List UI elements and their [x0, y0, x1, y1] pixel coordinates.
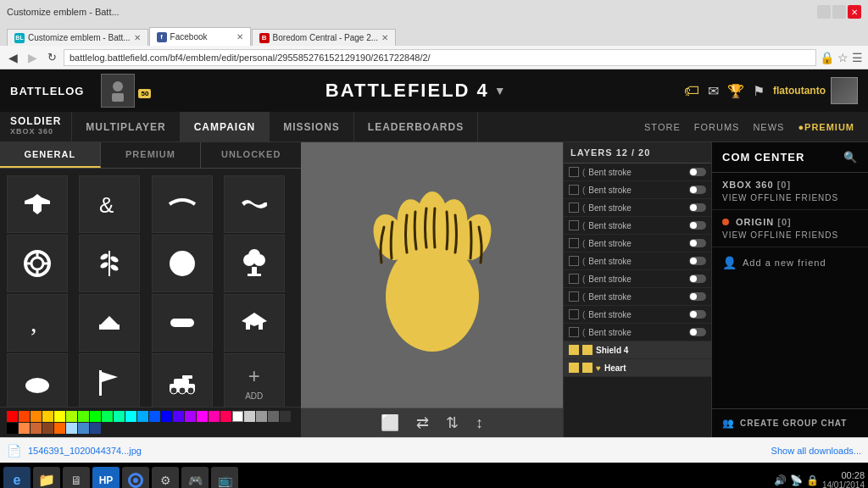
game-dropdown-arrow[interactable]: ▼	[494, 84, 508, 97]
layer-5-checkbox[interactable]	[569, 238, 579, 248]
shape-ampersand[interactable]: &	[79, 175, 140, 233]
taskbar-app3-icon[interactable]: HP	[92, 467, 120, 489]
rotate-tool[interactable]: ↕	[476, 414, 483, 432]
color-magenta[interactable]	[197, 411, 208, 422]
com-search-icon[interactable]: 🔍	[843, 151, 858, 164]
show-downloads[interactable]: Show all downloads...	[771, 446, 861, 456]
color-cyan[interactable]	[125, 411, 136, 422]
layer-10[interactable]: ( Bent stroke	[564, 324, 711, 341]
nav-campaign[interactable]: CAMPAIGN	[181, 112, 270, 141]
origin-view-offline[interactable]: VIEW OFFLINE FRIENDS	[722, 230, 858, 240]
tab-battlelog-close[interactable]: ✕	[134, 33, 141, 42]
shape-tank[interactable]	[152, 353, 213, 407]
nav-leaderboards[interactable]: LEADERBOARDS	[354, 112, 478, 141]
tab-boredom-close[interactable]: ✕	[381, 33, 388, 42]
layer-11[interactable]: Shield 4	[564, 341, 711, 359]
layer-3-checkbox[interactable]	[569, 202, 579, 213]
star-icon[interactable]: ☆	[837, 51, 849, 64]
tab-facebook[interactable]: f Facebook ✕	[149, 27, 251, 46]
color-white[interactable]	[232, 411, 243, 422]
color-pink[interactable]	[209, 411, 220, 422]
color-sky[interactable]	[137, 411, 148, 422]
layer-7-checkbox[interactable]	[569, 274, 579, 284]
layer-6[interactable]: ( Bent stroke	[564, 252, 711, 270]
shape-club[interactable]	[224, 235, 285, 292]
color-blue[interactable]	[149, 411, 160, 422]
shape-boat[interactable]	[79, 294, 140, 352]
flag-icon[interactable]: ⚑	[753, 83, 765, 99]
taskbar-ie-icon[interactable]: e	[3, 467, 31, 489]
layer-10-toggle[interactable]	[689, 328, 706, 336]
layer-8-toggle[interactable]	[689, 292, 706, 301]
layer-2-checkbox[interactable]	[569, 185, 579, 195]
taskbar-app4-icon[interactable]: ⚙	[152, 467, 179, 489]
nav-missions[interactable]: MISSIONS	[270, 112, 354, 141]
layer-3-toggle[interactable]	[689, 203, 706, 212]
layer-10-checkbox[interactable]	[569, 327, 579, 337]
color-orange[interactable]	[31, 411, 42, 422]
tab-unlocked[interactable]: UNLOCKED	[201, 142, 301, 168]
layer-2-toggle[interactable]	[689, 186, 706, 194]
taskbar-folder-icon[interactable]: 📁	[33, 467, 60, 489]
color-charcoal[interactable]	[280, 411, 291, 422]
layer-1-toggle[interactable]	[689, 168, 706, 176]
color-light-blue[interactable]	[66, 423, 77, 434]
download-filename[interactable]: 1546391_1020044374...jpg	[28, 446, 142, 456]
nav-premium[interactable]: ●PREMIUM	[798, 122, 854, 132]
notification-icon[interactable]: ✉	[708, 83, 719, 99]
taskbar-app2-icon[interactable]: 🖥	[63, 467, 90, 489]
layer-8-checkbox[interactable]	[569, 291, 579, 302]
layer-4-checkbox[interactable]	[569, 220, 579, 230]
layer-4[interactable]: ( Bent stroke	[564, 217, 711, 235]
taskbar-app6-icon[interactable]: 📺	[211, 467, 238, 489]
color-navy[interactable]	[90, 423, 101, 434]
nav-news[interactable]: NEWS	[753, 122, 784, 132]
color-dark-brown[interactable]	[42, 423, 53, 434]
add-friend-button[interactable]: 👤 Add a new friend	[712, 247, 868, 278]
back-button[interactable]: ◀	[5, 49, 21, 66]
layer-9-toggle[interactable]	[689, 310, 706, 319]
layer-2[interactable]: ( Bent stroke	[564, 181, 711, 199]
minimize-button[interactable]: ─	[817, 5, 831, 19]
frame-tool[interactable]: ⬜	[381, 413, 399, 432]
shape-circle[interactable]	[152, 235, 213, 292]
color-red-orange[interactable]	[19, 411, 30, 422]
username-area[interactable]: flatoutanto	[773, 77, 858, 104]
layer-5[interactable]: ( Bent stroke	[564, 235, 711, 252]
color-black[interactable]	[7, 423, 18, 434]
taskbar-chrome-icon[interactable]	[122, 467, 149, 489]
color-red[interactable]	[7, 411, 18, 422]
shape-swoosh[interactable]	[152, 175, 213, 233]
color-steel-blue[interactable]	[78, 423, 89, 434]
layer-4-toggle[interactable]	[689, 221, 706, 230]
layer-9-checkbox[interactable]	[569, 309, 579, 319]
color-mint[interactable]	[102, 411, 113, 422]
nav-store[interactable]: STORE	[644, 122, 681, 132]
layer-7-toggle[interactable]	[689, 274, 706, 283]
color-orange2[interactable]	[54, 423, 65, 434]
layer-5-toggle[interactable]	[689, 239, 706, 247]
color-spring[interactable]	[114, 411, 125, 422]
tab-general[interactable]: GENERAL	[0, 142, 101, 168]
color-violet[interactable]	[185, 411, 196, 422]
flip-horizontal-tool[interactable]: ⇄	[416, 413, 429, 432]
layer-9[interactable]: ( Bent stroke	[564, 306, 711, 324]
nav-soldier[interactable]: SOLDIER XBOX 360	[0, 112, 72, 141]
color-yellow[interactable]	[54, 411, 65, 422]
tab-battlelog[interactable]: BL Customize emblem - Batt... ✕	[7, 29, 148, 46]
address-input[interactable]	[64, 49, 816, 66]
nav-multiplayer[interactable]: MULTIPLAYER	[72, 112, 180, 141]
maximize-button[interactable]: □	[832, 5, 846, 19]
layer-12-checkbox[interactable]	[569, 363, 579, 373]
layer-6-checkbox[interactable]	[569, 256, 579, 266]
shape-eagle[interactable]	[224, 294, 285, 352]
color-dark-blue[interactable]	[161, 411, 172, 422]
color-green[interactable]	[90, 411, 101, 422]
shape-lifering[interactable]	[7, 235, 68, 292]
layer-1-checkbox[interactable]	[569, 167, 579, 177]
tab-boredom[interactable]: B Boredom Central - Page 2... ✕	[252, 29, 397, 46]
create-group-button[interactable]: 👥 CREATE GROUP CHAT	[712, 408, 868, 437]
add-shape-button[interactable]: + ADD	[224, 353, 285, 407]
layer-1[interactable]: ( Bent stroke	[564, 164, 711, 181]
layer-11-checkbox[interactable]	[569, 345, 579, 355]
